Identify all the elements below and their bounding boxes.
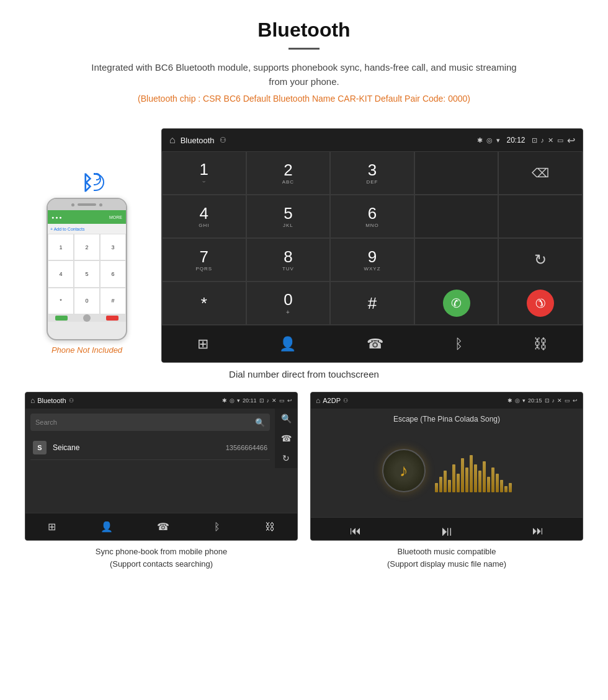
phone-key-1[interactable]: 1 (48, 234, 74, 260)
call-green-icon: ✆ (443, 290, 470, 317)
phonebook-caption-line1: Sync phone-book from mobile phone (96, 547, 227, 556)
pb-bt-tab-icon[interactable]: ᛒ (214, 521, 220, 533)
pb-right-phone-icon[interactable]: ☎ (281, 433, 292, 443)
pb-usb-icon: ⚇ (69, 397, 74, 404)
dial-call-btn[interactable]: ✆ (414, 281, 499, 325)
phone-key-6[interactable]: 6 (100, 260, 126, 287)
status-left: ⌂ Bluetooth ⚇ (169, 135, 226, 146)
dial-key-2[interactable]: 2 ABC (246, 151, 331, 195)
viz-bar (509, 483, 512, 492)
contact-name: Seicane (53, 443, 220, 452)
music-screen: ⌂ A2DP ⚇ ✱ ◎ ▾ 20:15 ⊡ ♪ ✕ ▭ ↩ Es (310, 392, 583, 541)
dial-key-star[interactable]: * (162, 281, 246, 325)
phone-end-btn (106, 316, 118, 321)
phone-tab-icon[interactable]: ☎ (367, 336, 383, 352)
prev-icon[interactable]: ⏮ (350, 525, 361, 538)
phone-key-hash[interactable]: # (100, 288, 126, 314)
music-caption: Bluetooth music compatible (Support disp… (310, 546, 583, 570)
phonebook-caption-line2: (Support contacts searching) (110, 559, 213, 569)
phone-key-2[interactable]: 2 (74, 234, 100, 260)
phonebook-caption: Sync phone-book from mobile phone (Suppo… (25, 546, 298, 570)
location-icon: ◎ (486, 136, 493, 144)
grid-icon[interactable]: ⊞ (197, 336, 208, 352)
viz-bar (461, 458, 464, 492)
viz-bar (500, 480, 503, 492)
music-caption-line1: Bluetooth music compatible (398, 547, 496, 556)
bluetooth-tab-icon[interactable]: ᛒ (455, 336, 463, 352)
dial-key-3[interactable]: 3 DEF (330, 151, 414, 195)
camera-icon: ⊡ (532, 136, 537, 144)
viz-bar (439, 477, 442, 492)
music-bt-icon: ✱ (507, 397, 512, 404)
phone-key-3[interactable]: 3 (100, 234, 126, 260)
pb-link-icon[interactable]: ⛓ (265, 521, 275, 533)
car-screen: ⌂ Bluetooth ⚇ ✱ ◎ ▾ 20:12 ⊡ ♪ ✕ ▭ ↩ 1 ⌣ (161, 128, 583, 363)
pb-grid-icon[interactable]: ⊞ (48, 521, 56, 533)
dial-key-0[interactable]: 0 + (246, 281, 331, 325)
viz-bar (470, 455, 473, 492)
music-center: ♪ (382, 430, 512, 511)
home-icon[interactable]: ⌂ (169, 135, 176, 146)
dial-key-7[interactable]: 7 PQRS (162, 238, 246, 281)
dial-empty-4 (414, 238, 499, 281)
pb-right-refresh-icon[interactable]: ↻ (282, 453, 290, 463)
close-icon[interactable]: ✕ (548, 136, 553, 144)
pb-right-search-icon[interactable]: 🔍 (281, 414, 292, 423)
phone-key-4[interactable]: 4 (48, 260, 74, 287)
pb-status-left: ⌂ Bluetooth ⚇ (30, 396, 74, 405)
music-vol-icon: ♪ (552, 397, 555, 404)
next-icon[interactable]: ⏭ (532, 525, 543, 538)
phone-key-5[interactable]: 5 (74, 260, 100, 287)
music-home-icon[interactable]: ⌂ (316, 396, 320, 405)
music-screen-wrap: ⌂ A2DP ⚇ ✱ ◎ ▾ 20:15 ⊡ ♪ ✕ ▭ ↩ Es (310, 392, 583, 570)
viz-bar (478, 471, 481, 492)
music-close-icon[interactable]: ✕ (557, 397, 562, 404)
dial-key-5[interactable]: 5 JKL (246, 195, 331, 238)
pb-phone-icon[interactable]: ☎ (157, 521, 169, 533)
dial-delete-btn[interactable]: ⌫ (498, 151, 583, 195)
pb-wifi-icon: ▾ (237, 397, 240, 404)
music-song-title: Escape (The Pina Colada Song) (393, 415, 500, 423)
music-back-icon[interactable]: ↩ (573, 397, 578, 404)
pb-vol-icon: ♪ (267, 397, 270, 404)
phonebook-list: Search 🔍 S Seicane 13566664466 (25, 409, 275, 468)
search-icon: 🔍 (255, 418, 265, 427)
pb-close-icon[interactable]: ✕ (272, 397, 277, 404)
dial-key-8[interactable]: 8 TUV (246, 238, 331, 281)
dial-empty-2 (414, 195, 499, 238)
music-loc-icon: ◎ (515, 397, 520, 404)
dial-endcall-btn[interactable]: ✆ (498, 281, 583, 325)
phone-key-0[interactable]: 0 (74, 288, 100, 314)
bottom-row: ⌂ Bluetooth ⚇ ✱ ◎ ▾ 20:11 ⊡ ♪ ✕ ▭ ↩ (0, 392, 608, 582)
dial-key-hash[interactable]: # (330, 281, 414, 325)
search-bar[interactable]: Search 🔍 (30, 414, 270, 431)
volume-icon: ♪ (541, 136, 545, 144)
back-icon[interactable]: ↩ (567, 135, 575, 146)
dial-refresh-btn[interactable]: ↻ (498, 238, 583, 281)
contact-number: 13566664466 (226, 444, 267, 451)
viz-bar (452, 464, 455, 492)
dial-key-9[interactable]: 9 WXYZ (330, 238, 414, 281)
window-icon: ▭ (557, 136, 563, 144)
phone-speaker (78, 203, 96, 206)
main-caption: Dial number direct from touchscreen (0, 369, 608, 379)
pb-home-icon[interactable]: ⌂ (30, 396, 35, 405)
contacts-icon[interactable]: 👤 (279, 336, 296, 352)
dial-key-4[interactable]: 4 GHI (162, 195, 246, 238)
phone-not-included-label: Phone Not Included (51, 345, 122, 355)
link-icon[interactable]: ⛓ (534, 336, 547, 352)
phonebook-content: Search 🔍 S Seicane 13566664466 🔍 ☎ (25, 409, 297, 468)
bluetooth-symbol-icon: ᛒ (81, 172, 93, 195)
dial-key-1[interactable]: 1 ⌣ (162, 151, 246, 195)
dial-grid: 1 ⌣ 2 ABC 3 DEF ⌫ 4 GHI 5 JKL (162, 151, 583, 325)
phone-key-star[interactable]: * (48, 288, 74, 314)
pb-back-icon[interactable]: ↩ (287, 397, 292, 404)
playpause-icon[interactable]: ⏯ (440, 523, 454, 539)
phone-bottom-bar (48, 314, 126, 322)
pb-cam-icon: ⊡ (259, 397, 264, 404)
contact-avatar: S (33, 441, 47, 454)
dial-empty-3 (498, 195, 583, 238)
pb-person-icon[interactable]: 👤 (101, 521, 113, 533)
viz-bar (504, 486, 507, 492)
dial-key-6[interactable]: 6 MNO (330, 195, 414, 238)
